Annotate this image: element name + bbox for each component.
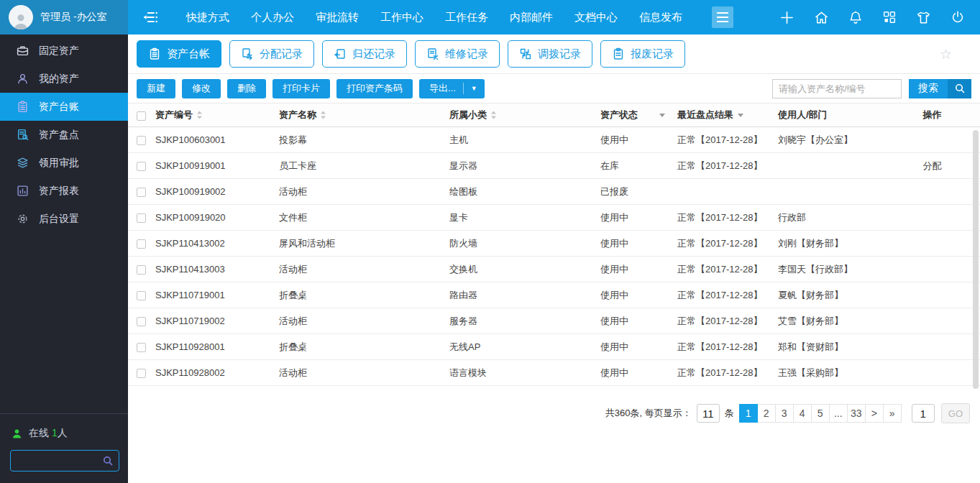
asset-id-cell: SJKP100603001: [155, 134, 279, 145]
pagination-summary: 共360条, 每页显示：: [605, 407, 692, 420]
plus-icon[interactable]: [779, 9, 795, 26]
new-button[interactable]: 新建: [137, 79, 175, 98]
row-checkbox[interactable]: [137, 162, 146, 171]
home-icon[interactable]: [813, 9, 830, 26]
tab-return-records[interactable]: 归还记录: [322, 40, 407, 68]
inventory-result-cell: 正常【2017-12-28】: [677, 263, 778, 276]
nav-item-document-center[interactable]: 文档中心: [574, 11, 618, 24]
row-checkbox[interactable]: [137, 239, 146, 249]
shirt-icon[interactable]: [915, 9, 932, 26]
asset-category-cell: 无线AP: [449, 341, 600, 354]
goto-page-input[interactable]: [912, 404, 935, 423]
row-checkbox[interactable]: [137, 369, 146, 378]
more-menu-icon[interactable]: [712, 6, 733, 28]
favorite-star-icon[interactable]: ☆: [940, 47, 971, 61]
row-checkbox[interactable]: [137, 136, 146, 145]
header-status[interactable]: 资产状态: [600, 109, 677, 121]
sidebar-bottom: 在线 1人: [0, 413, 128, 483]
page-button[interactable]: >: [865, 404, 884, 423]
sort-icon[interactable]: [490, 111, 497, 119]
table-row: SJKP100603001投影幕主机使用中正常【2017-12-28】刘晓宇【办…: [128, 127, 980, 153]
go-button[interactable]: GO: [941, 403, 970, 423]
select-all-checkbox[interactable]: [137, 111, 146, 121]
header-asset-id[interactable]: 资产编号: [155, 109, 279, 121]
tab-label: 调拨记录: [538, 47, 581, 61]
sidebar-item-asset-ledger[interactable]: 资产台账: [0, 93, 128, 121]
nav-item-work-center[interactable]: 工作中心: [380, 11, 423, 24]
nav-item-approval-flow[interactable]: 审批流转: [316, 11, 359, 24]
topbar-icons: [779, 9, 966, 26]
sidebar-item-fixed-assets[interactable]: 固定资产: [0, 37, 128, 65]
bell-icon[interactable]: [848, 9, 864, 25]
inventory-result-cell: 正常【2017-12-28】: [677, 237, 778, 250]
sidebar-item-my-assets[interactable]: 我的资产: [0, 65, 128, 93]
page-button[interactable]: ...: [829, 404, 848, 423]
sidebar-item-asset-reports[interactable]: 资产报表: [0, 177, 128, 205]
asset-search-input[interactable]: [772, 79, 902, 98]
asset-user-cell: 王强【采购部】: [778, 367, 884, 380]
search-button[interactable]: 搜索: [909, 79, 971, 98]
page-button-active[interactable]: 1: [739, 404, 758, 423]
tab-scrap-records[interactable]: 报废记录: [600, 40, 685, 68]
row-checkbox[interactable]: [137, 343, 146, 352]
page-button[interactable]: »: [883, 404, 902, 423]
row-action-link[interactable]: 分配: [884, 160, 980, 172]
row-checkbox[interactable]: [137, 265, 146, 275]
delete-button[interactable]: 删除: [227, 79, 266, 98]
sidebar-item-requisition-approval[interactable]: 领用审批: [0, 149, 128, 177]
per-page-input[interactable]: [697, 404, 720, 423]
apps-grid-icon[interactable]: [881, 9, 897, 25]
edit-button[interactable]: 修改: [182, 79, 221, 98]
page-button[interactable]: 33: [847, 404, 866, 423]
sidebar-item-asset-inventory[interactable]: 资产盘点: [0, 121, 128, 149]
header-asset-name[interactable]: 资产名称: [279, 109, 449, 121]
sidebar-item-backend-settings[interactable]: 后台设置: [0, 205, 128, 233]
tab-allocation-records[interactable]: 分配记录: [229, 40, 314, 68]
sort-icon[interactable]: [196, 111, 203, 119]
online-status: 在线 1人: [12, 427, 119, 440]
asset-category-cell: 绘图板: [449, 185, 600, 198]
nav-item-info-publish[interactable]: 信息发布: [639, 11, 682, 24]
tab-asset-ledger[interactable]: 资产台帐: [137, 40, 221, 68]
row-checkbox[interactable]: [137, 188, 146, 197]
nav-item-shortcuts[interactable]: 快捷方式: [186, 11, 229, 24]
export-dropdown-button[interactable]: 导出... ▼: [419, 79, 485, 98]
row-checkbox[interactable]: [137, 213, 146, 223]
tab-transfer-records[interactable]: 调拨记录: [508, 40, 592, 68]
asset-status-cell: 在库: [600, 160, 677, 172]
nav-item-personal-office[interactable]: 个人办公: [251, 11, 294, 24]
page-button[interactable]: 4: [793, 404, 812, 423]
row-checkbox[interactable]: [137, 317, 146, 326]
header-inventory-result[interactable]: 最近盘点结果: [677, 109, 778, 121]
table-row: SJKP100919020文件柜显卡使用中正常【2017-12-28】行政部: [128, 205, 980, 231]
online-count: 1: [52, 427, 58, 438]
nav-item-work-tasks[interactable]: 工作任务: [445, 11, 488, 24]
nav-item-internal-mail[interactable]: 内部邮件: [510, 11, 553, 24]
menu-collapse-icon[interactable]: [141, 8, 160, 27]
print-card-button[interactable]: 打印卡片: [273, 79, 330, 98]
sidebar-search-icon[interactable]: [102, 455, 114, 466]
tab-label: 资产台帐: [167, 47, 210, 61]
inventory-result-cell: 正常【2017-12-28】: [677, 341, 778, 354]
vertical-scrollbar[interactable]: [973, 130, 979, 389]
header-actions: 操作: [884, 109, 980, 121]
online-user-icon: [12, 428, 22, 439]
header-category[interactable]: 所属小类: [449, 109, 600, 121]
toolbar: 新建 修改 删除 打印卡片 打印资产条码 导出... ▼ 搜索: [128, 74, 980, 104]
user-panel[interactable]: 管理员 -办公室: [0, 0, 128, 34]
page-button[interactable]: 5: [811, 404, 830, 423]
page-button[interactable]: 2: [757, 404, 776, 423]
filter-caret-icon[interactable]: [737, 112, 744, 118]
asset-category-cell: 显示器: [449, 160, 600, 172]
report-icon: [17, 185, 29, 197]
row-checkbox[interactable]: [137, 291, 146, 300]
page-button[interactable]: 3: [775, 404, 794, 423]
export-label: 导出...: [429, 82, 456, 95]
table-row: SJKP110413003活动柜交换机使用中正常【2017-12-28】李国天【…: [128, 257, 980, 282]
tab-repair-records[interactable]: 维修记录: [415, 40, 500, 68]
power-icon[interactable]: [950, 9, 966, 25]
sort-icon[interactable]: [320, 111, 326, 119]
asset-user-cell: 郑和【资财部】: [778, 341, 884, 354]
filter-caret-icon[interactable]: [659, 112, 666, 118]
print-barcode-button[interactable]: 打印资产条码: [336, 79, 413, 98]
